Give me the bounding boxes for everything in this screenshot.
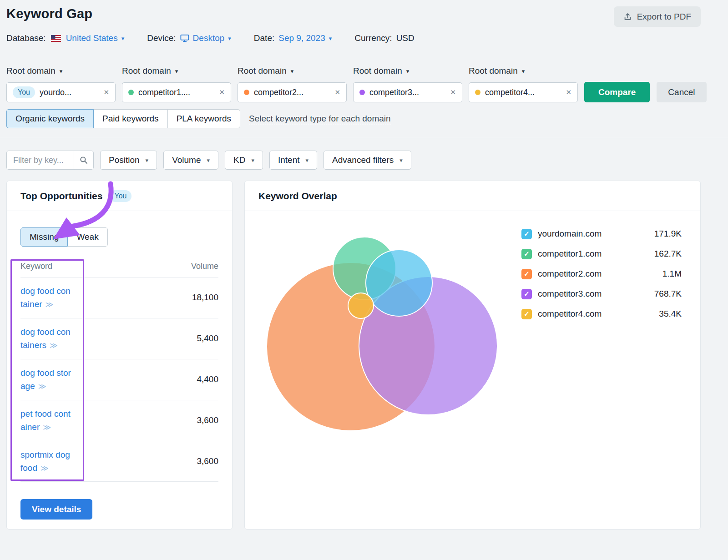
you-badge: You (13, 86, 35, 98)
tab-weak[interactable]: Weak (67, 227, 107, 247)
volume-cell: 18,100 (192, 293, 218, 303)
volume-filter-dropdown[interactable]: Volume ▾ (163, 151, 218, 170)
tab-organic-keywords[interactable]: Organic keywords (6, 109, 94, 128)
domain-chip-competitor4[interactable]: competitor4... ✕ (469, 82, 578, 102)
table-row: dog food container≫ 18,100 (20, 277, 218, 318)
keyword-gap-page: Keyword Gap Export to PDF Database: (6, 0, 701, 530)
export-icon (623, 12, 632, 21)
keyword-overlap-card: Keyword Overlap ✓ yourdomain.com 171.9K … (244, 181, 701, 530)
date-label: Date: (254, 33, 274, 43)
compare-actions: Compare Cancel (584, 82, 707, 102)
filter-bar: Position ▾ Volume ▾ KD ▾ Intent ▾ Advanc… (6, 151, 701, 170)
legend-value: 162.7K (654, 249, 682, 259)
close-icon[interactable]: ✕ (566, 88, 571, 96)
check-icon: ✓ (524, 230, 530, 238)
root-domain-dropdown[interactable]: Root domain ▾ (6, 66, 62, 76)
legend-domain: yourdomain.com (538, 229, 602, 239)
overlap-legend: ✓ yourdomain.com 171.9K ✓ competitor1.co… (521, 224, 682, 324)
double-chevron-icon: ≫ (43, 423, 51, 432)
table-header-row: Keyword Volume (20, 259, 218, 277)
opportunities-table: Keyword Volume dog food container≫ 18,10… (20, 259, 218, 482)
legend-checkbox[interactable]: ✓ (521, 289, 532, 299)
legend-domain: competitor3.com (538, 289, 602, 299)
chevron-down-icon: ▾ (121, 35, 125, 41)
domain-chip-competitor3[interactable]: competitor3... ✕ (353, 82, 462, 102)
device-label: Device: (147, 33, 176, 43)
close-icon[interactable]: ✕ (103, 88, 109, 96)
domain-color-dot (359, 90, 365, 95)
desktop-icon (180, 34, 189, 42)
close-icon[interactable]: ✕ (334, 88, 340, 96)
legend-checkbox[interactable]: ✓ (521, 229, 532, 239)
date-value-link[interactable]: Sep 9, 2023 ▾ (278, 33, 332, 43)
root-domain-dropdown[interactable]: Root domain ▾ (469, 66, 525, 76)
table-row: dog food storage≫ 4,400 (20, 359, 218, 400)
tab-missing[interactable]: Missing (20, 227, 68, 247)
check-icon: ✓ (524, 310, 530, 318)
check-icon: ✓ (524, 290, 530, 298)
domain-chip-you[interactable]: You yourdo... ✕ (6, 82, 116, 102)
volume-column-header: Volume (191, 262, 218, 271)
view-details-button[interactable]: View details (20, 499, 92, 520)
double-chevron-icon: ≫ (38, 382, 46, 391)
close-icon[interactable]: ✕ (219, 88, 225, 96)
keyword-type-tabs: Organic keywords Paid keywords PLA keywo… (6, 109, 240, 128)
check-icon: ✓ (524, 250, 530, 258)
compare-button[interactable]: Compare (584, 82, 650, 102)
volume-cell: 5,400 (197, 333, 218, 343)
double-chevron-icon: ≫ (46, 300, 54, 309)
legend-value: 768.7K (654, 289, 682, 299)
currency-value: USD (396, 33, 415, 43)
legend-row: ✓ yourdomain.com 171.9K (521, 224, 682, 244)
domain-color-dot (244, 90, 249, 95)
cancel-button[interactable]: Cancel (657, 82, 706, 102)
page-title: Keyword Gap (6, 6, 92, 21)
legend-checkbox[interactable]: ✓ (521, 249, 532, 259)
legend-value: 35.4K (659, 309, 682, 319)
keyword-filter-search (6, 151, 94, 170)
position-filter-dropdown[interactable]: Position ▾ (100, 151, 157, 170)
select-keyword-type-link[interactable]: Select keyword type for each domain (249, 113, 391, 125)
advanced-filters-dropdown[interactable]: Advanced filters ▾ (324, 151, 411, 170)
tab-pla-keywords[interactable]: PLA keywords (167, 109, 240, 128)
export-pdf-button[interactable]: Export to PDF (614, 6, 701, 27)
keyword-link[interactable]: dog food container≫ (20, 284, 72, 311)
legend-domain: competitor4.com (538, 309, 602, 319)
tab-paid-keywords[interactable]: Paid keywords (93, 109, 168, 128)
intent-filter-dropdown[interactable]: Intent ▾ (269, 151, 317, 170)
domain-chip-competitor2[interactable]: competitor2... ✕ (238, 82, 347, 102)
export-pdf-label: Export to PDF (637, 12, 691, 22)
keyword-link[interactable]: pet food container≫ (20, 407, 72, 434)
kd-filter-dropdown[interactable]: KD ▾ (225, 151, 263, 170)
chevron-down-icon: ▾ (306, 157, 309, 163)
root-domain-dropdown[interactable]: Root domain ▾ (353, 66, 409, 76)
top-bar: Keyword Gap Export to PDF (6, 6, 701, 27)
legend-value: 171.9K (654, 229, 682, 239)
domain-column-you: Root domain ▾ You yourdo... ✕ (6, 66, 116, 102)
keyword-link[interactable]: dog food storage≫ (20, 366, 72, 393)
volume-cell: 3,600 (197, 415, 218, 425)
legend-checkbox[interactable]: ✓ (521, 309, 532, 319)
domain-color-dot (475, 90, 480, 95)
search-button[interactable] (74, 151, 94, 170)
keyword-column-header: Keyword (20, 262, 89, 271)
domain-chip-value: yourdo... (40, 88, 71, 97)
search-input[interactable] (6, 151, 74, 170)
domain-chip-competitor1[interactable]: competitor1.... ✕ (122, 82, 231, 102)
double-chevron-icon: ≫ (50, 341, 58, 350)
domain-column-competitor2: Root domain ▾ competitor2... ✕ (238, 66, 347, 102)
root-domain-dropdown[interactable]: Root domain ▾ (122, 66, 178, 76)
keyword-link[interactable]: dog food containers≫ (20, 325, 72, 352)
keyword-link[interactable]: sportmix dog food≫ (20, 448, 72, 475)
device-value-link[interactable]: Desktop ▾ (180, 33, 231, 43)
domain-color-dot (128, 90, 134, 95)
root-domain-dropdown[interactable]: Root domain ▾ (238, 66, 293, 76)
domain-chip-value: competitor1.... (138, 88, 190, 97)
currency-label: Currency: (354, 33, 392, 43)
device-selector: Device: Desktop ▾ (147, 33, 231, 43)
database-value-link[interactable]: United States ▾ (66, 33, 125, 43)
legend-checkbox[interactable]: ✓ (521, 269, 532, 279)
close-icon[interactable]: ✕ (450, 88, 456, 96)
currency-display: Currency: USD (354, 33, 414, 43)
chevron-down-icon: ▾ (399, 157, 403, 163)
